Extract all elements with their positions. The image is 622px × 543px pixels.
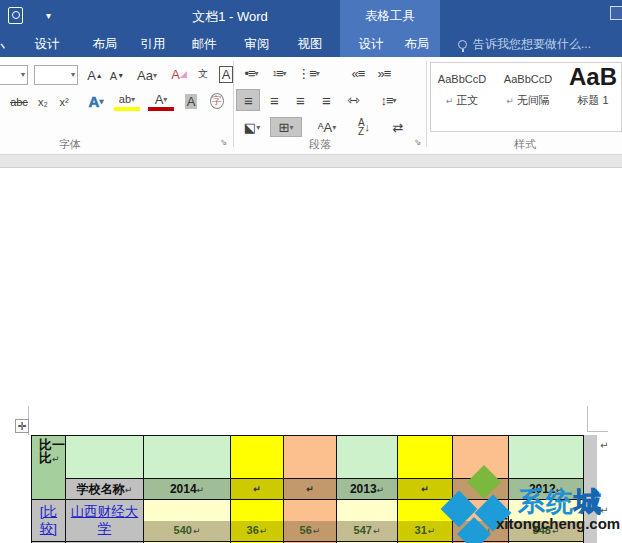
tell-me-box[interactable]: 告诉我您想要做什么... xyxy=(458,32,591,57)
header-top-cell xyxy=(453,436,509,479)
compare-link-cell: [比较] xyxy=(32,500,66,542)
style-preview: AaBbCcD xyxy=(498,73,558,85)
tab-home-partial[interactable]: 丶 xyxy=(0,36,7,52)
header-top-cell xyxy=(337,436,398,479)
font-name-combobox[interactable]: ▾ xyxy=(0,65,28,85)
style-preview: AaBbCcD xyxy=(432,73,492,85)
shading-button[interactable]: ⬕▾ xyxy=(238,117,266,137)
header-empty-cell xyxy=(231,479,284,500)
font-size-combobox[interactable]: ▾ xyxy=(34,65,78,85)
print-preview-icon[interactable] xyxy=(8,7,23,24)
highlight-color-button[interactable]: ab▾ xyxy=(114,91,140,111)
year-header-2013: 2013 xyxy=(337,479,398,500)
align-right-button[interactable]: ≡ xyxy=(288,89,312,111)
ribbon: ▾ ▾ A▲ A▼ Aa▾ A◢ 文 A abc x₂ x² A▾ ab▾ A▾… xyxy=(0,57,622,155)
styles-group-label: 样式 xyxy=(495,137,555,152)
subscript-button[interactable]: x₂ xyxy=(33,93,53,111)
character-shading-button[interactable]: A xyxy=(180,91,202,111)
shrink-font-button[interactable]: A▼ xyxy=(107,66,127,85)
paragraph-group-label: 段落 xyxy=(290,137,350,152)
quick-access-more-icon[interactable]: ▾ xyxy=(46,10,51,21)
text-effects-button[interactable]: A▾ xyxy=(82,91,110,111)
title-bar: ▾ 文档1 - Word 表格工具 xyxy=(0,0,622,32)
row-end-mark: ↵ xyxy=(600,440,608,451)
compare-link[interactable]: [比较] xyxy=(40,504,57,536)
dropdown-arrow-icon[interactable]: ▾ xyxy=(71,70,75,79)
pilcrow-icon: ↵ xyxy=(446,96,454,106)
bullets-button[interactable]: •≡▾ xyxy=(238,63,264,83)
phonetic-guide-button[interactable]: 文 xyxy=(192,63,214,85)
school-link[interactable]: 山西财经大学 xyxy=(71,504,139,536)
year-header-2014: 2014 xyxy=(144,479,231,500)
style-preview: AaB xyxy=(564,63,622,91)
tab-review[interactable]: 审阅 xyxy=(238,32,276,57)
school-score-table: 比一比 学校名称 2014 2013 2012 [比较] 山西财经大学 540 … xyxy=(31,435,584,543)
font-color-button[interactable]: A▾ xyxy=(148,91,174,111)
sort-button[interactable]: AZ↓ xyxy=(352,117,376,137)
tab-references[interactable]: 引用 xyxy=(134,32,172,57)
ribbon-display-options-icon[interactable] xyxy=(610,6,622,20)
font-dialog-launcher-icon[interactable]: ⇘ xyxy=(220,137,228,147)
line-spacing-button[interactable]: ↕≡▾ xyxy=(374,89,402,111)
header-top-cell xyxy=(66,436,144,479)
header-top-cell xyxy=(398,436,453,479)
group-separator xyxy=(233,61,234,147)
header-top-cell xyxy=(284,436,337,479)
justify-button[interactable]: ≡ xyxy=(314,89,338,111)
tab-layout[interactable]: 布局 xyxy=(86,32,124,57)
table-move-handle[interactable]: ✛ xyxy=(15,419,29,433)
change-case-button[interactable]: Aa▾ xyxy=(132,65,162,85)
score-cell: 36 xyxy=(231,500,284,542)
decrease-indent-button[interactable]: «≡ xyxy=(346,63,370,83)
numbering-button[interactable]: 1≡▾ xyxy=(266,63,292,83)
clear-formatting-button[interactable]: A◢ xyxy=(168,63,190,85)
word-window: ▾ 文档1 - Word 表格工具 丶 设计 布局 引用 邮件 审阅 视图 设计… xyxy=(0,0,622,543)
show-hide-marks-button[interactable]: ⇄ xyxy=(386,117,410,137)
tab-view[interactable]: 视图 xyxy=(291,32,329,57)
score-cell: 56 xyxy=(284,500,337,542)
tab-design[interactable]: 设计 xyxy=(28,32,66,57)
asian-layout-button[interactable]: ᴬA▾ xyxy=(312,117,342,137)
style-heading1[interactable]: AaB 标题 1 xyxy=(564,61,622,121)
tab-table-design[interactable]: 设计 xyxy=(352,32,390,57)
align-center-button[interactable]: ≡ xyxy=(262,89,286,111)
text-boundary-mark xyxy=(587,431,608,432)
document-title: 文档1 - Word xyxy=(150,8,310,26)
distributed-button[interactable]: ⇿ xyxy=(340,89,366,111)
score-cell: 548 xyxy=(509,500,584,542)
table-corner-cell: 比一比 xyxy=(32,436,66,500)
score-cell: 540 xyxy=(144,500,231,542)
strikethrough-button[interactable]: abc xyxy=(6,93,32,111)
table-end-strip xyxy=(584,435,597,543)
increase-indent-button[interactable]: »≡ xyxy=(372,63,396,83)
enclose-characters-button[interactable]: 字 xyxy=(206,91,228,111)
tab-mailings[interactable]: 邮件 xyxy=(185,32,223,57)
grow-font-button[interactable]: A▲ xyxy=(84,65,106,85)
style-normal[interactable]: AaBbCcD ↵ 正文 xyxy=(432,61,492,121)
header-top-cell xyxy=(231,436,284,479)
ribbon-bottom-strip xyxy=(0,155,622,168)
score-cell: 547 xyxy=(337,500,398,542)
tab-table-layout[interactable]: 布局 xyxy=(398,32,436,57)
score-cell: 67 xyxy=(453,500,509,542)
header-empty-cell xyxy=(284,479,337,500)
dropdown-arrow-icon[interactable]: ▾ xyxy=(21,70,25,79)
header-top-cell xyxy=(144,436,231,479)
borders-button[interactable]: ⊞▾ xyxy=(270,117,302,137)
school-name-header: 学校名称 xyxy=(66,479,144,500)
document-page[interactable]: ✛ 比一比 学校名称 2014 2013 2012 [比较] 山西财经大学 54… xyxy=(0,168,622,543)
multilevel-list-button[interactable]: ⋮≡▾ xyxy=(294,63,322,83)
superscript-button[interactable]: x² xyxy=(54,93,74,111)
score-cell: 31 xyxy=(398,500,453,542)
row-end-mark: ↵ xyxy=(600,505,608,516)
header-empty-cell xyxy=(398,479,453,500)
header-top-cell xyxy=(509,436,584,479)
table-tools-label: 表格工具 xyxy=(340,0,440,32)
align-left-button[interactable]: ≡ xyxy=(236,89,260,111)
group-separator xyxy=(426,61,427,147)
text-boundary-mark xyxy=(587,406,588,432)
paragraph-dialog-launcher-icon[interactable]: ⇘ xyxy=(414,137,422,147)
ribbon-tabs: 丶 设计 布局 引用 邮件 审阅 视图 设计 布局 告诉我您想要做什么... xyxy=(0,32,622,57)
font-group-label: 字体 xyxy=(40,137,100,152)
style-no-spacing[interactable]: AaBbCcD ↵ 无间隔 xyxy=(498,61,558,121)
